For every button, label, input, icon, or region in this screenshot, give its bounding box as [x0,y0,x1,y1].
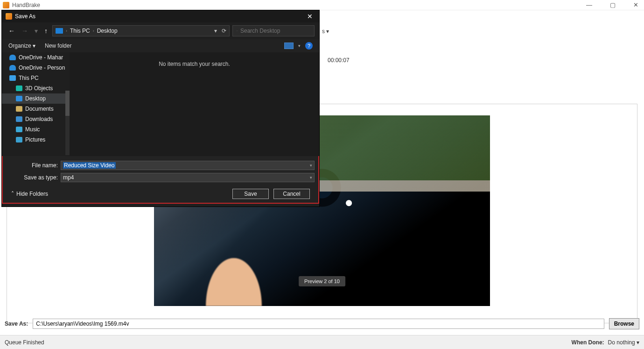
tree-label: OneDrive - Mahar [19,54,63,61]
savetype-row: Save as type: mp4 ▾ [7,173,315,182]
search-icon [237,28,238,34]
desktop-icon [16,96,22,101]
savetype-label: Save as type: [7,174,58,181]
saveas-dialog: Save As ✕ ← → ▾ ↑ › This PC › Desktop ▾ … [2,10,319,207]
whendone-dropdown[interactable]: Do nothing ▾ [608,339,639,346]
tree-downloads[interactable]: Downloads [2,114,70,124]
hide-folders-label: Hide Folders [16,191,48,197]
savetype-select[interactable]: mp4 ▾ [61,173,315,182]
whendone-label: When Done: [572,339,604,346]
filename-label: File name: [7,162,58,169]
tree-onedrive-p[interactable]: OneDrive - Person [2,63,70,73]
save-button[interactable]: Save [232,189,269,199]
refresh-button[interactable]: ⟳ [222,28,226,34]
app-title: HandBrake [12,2,40,8]
picture-icon [16,137,22,142]
close-button[interactable]: ✕ [630,1,641,8]
pc-icon [56,28,63,34]
saveas-label: Save As: [5,321,28,327]
breadcrumb-dropdown[interactable]: ▾ [214,28,217,34]
tree-pictures[interactable]: Pictures [2,135,70,145]
document-icon [16,106,22,112]
breadcrumb-pc[interactable]: This PC [70,28,90,34]
tree-label: OneDrive - Person [19,64,65,71]
main-titlebar: HandBrake — ▢ ✕ [0,0,644,10]
organize-button[interactable]: Organize ▾ [8,43,35,49]
empty-message: No items match your search. [159,61,230,67]
chevron-right-icon: › [93,28,94,33]
view-icon[interactable] [284,43,294,49]
nav-recent-button[interactable]: ▾ [33,26,40,36]
download-icon [16,116,22,122]
tree-label: Desktop [25,95,46,102]
scrollbar-thumb[interactable] [65,91,70,116]
search-box[interactable] [232,25,315,36]
tree-label: Music [25,126,40,133]
window-controls: — ▢ ✕ [583,1,641,8]
nav-back-button[interactable]: ← [7,26,17,36]
hide-folders-button[interactable]: ˄ Hide Folders [11,191,48,197]
breadcrumb-location[interactable]: Desktop [97,28,118,34]
filename-row: File name: Reduced Size Video ▾ [7,161,315,170]
chevron-up-icon: ˄ [11,191,14,197]
maximize-button[interactable]: ▢ [607,1,618,8]
save-section-highlight: File name: Reduced Size Video ▾ Save as … [2,155,319,204]
svg-point-0 [237,30,237,31]
dialog-icon [6,13,12,20]
tree-music[interactable]: Music [2,124,70,135]
status-text: Queue Finished [5,339,44,346]
filename-input[interactable]: Reduced Size Video ▾ [61,161,315,170]
file-list: No items match your search. [70,52,319,156]
saveas-row: Save As: Browse [5,318,639,329]
music-icon [16,127,22,132]
tree-scrollbar[interactable] [65,91,70,155]
tab-trail[interactable]: s ▾ [322,28,329,35]
filename-value: Reduced Size Video [63,162,116,169]
dialog-body: OneDrive - Mahar OneDrive - Person This … [2,52,319,156]
dialog-close-button[interactable]: ✕ [304,13,315,20]
svg-line-1 [237,31,238,31]
tree-label: Downloads [25,116,53,122]
saveas-path-input[interactable] [33,319,604,329]
breadcrumb[interactable]: › This PC › Desktop ▾ ⟳ [52,25,230,36]
dialog-titlebar: Save As ✕ [2,10,319,22]
view-dropdown[interactable]: ▾ [298,43,301,48]
newfolder-button[interactable]: New folder [45,43,71,49]
nav-up-button[interactable]: ↑ [42,26,49,36]
tree-thispc[interactable]: This PC [2,73,70,83]
dialog-toolbar: Organize ▾ New folder ▾ ? [2,39,319,52]
tree-label: 3D Objects [25,85,53,92]
tree-documents[interactable]: Documents [2,104,70,114]
search-input[interactable] [240,28,310,34]
chevron-down-icon[interactable]: ▾ [310,175,312,180]
cloud-icon [9,65,16,71]
tree-label: Documents [25,106,54,112]
minimize-button[interactable]: — [583,1,595,8]
browse-button[interactable]: Browse [609,318,639,329]
duration-value: 00:00:07 [328,57,350,64]
nav-forward-button[interactable]: → [20,26,30,36]
folder-tree: OneDrive - Mahar OneDrive - Person This … [2,52,70,156]
preview-label: Preview 2 of 10 [299,276,345,286]
cancel-button[interactable]: Cancel [273,189,310,199]
tree-desktop[interactable]: Desktop [2,93,70,104]
chevron-down-icon[interactable]: ▾ [310,163,312,168]
cloud-icon [9,55,16,60]
pc-icon [9,75,16,81]
status-bar: Queue Finished When Done: Do nothing ▾ [0,335,644,349]
help-icon[interactable]: ? [305,42,313,50]
tree-label: Pictures [25,136,45,143]
tree-3dobjects[interactable]: 3D Objects [2,83,70,93]
tree-onedrive-m[interactable]: OneDrive - Mahar [2,52,70,63]
dialog-actions: ˄ Hide Folders Save Cancel [7,185,315,199]
app-icon [3,2,9,8]
tree-label: This PC [19,75,39,81]
chevron-right-icon: › [66,28,67,33]
cube-icon [16,85,22,91]
dialog-title: Save As [15,13,35,20]
dialog-nav: ← → ▾ ↑ › This PC › Desktop ▾ ⟳ [2,22,319,39]
savetype-value: mp4 [63,174,74,181]
